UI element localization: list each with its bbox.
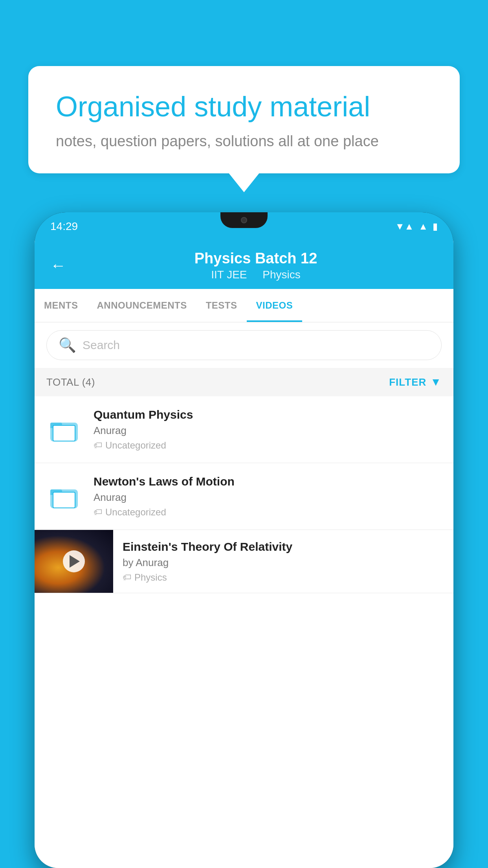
tab-videos[interactable]: VIDEOS — [247, 289, 303, 322]
tab-ments[interactable]: MENTS — [35, 289, 88, 322]
item-content: Einstein's Theory Of Relativity by Anura… — [113, 531, 453, 592]
notch — [220, 212, 268, 228]
tag-icon: 🏷 — [94, 507, 102, 517]
back-button[interactable]: ← — [50, 257, 66, 274]
tab-tests[interactable]: TESTS — [196, 289, 247, 322]
video-thumbnail — [35, 530, 113, 593]
search-bar[interactable]: 🔍 Search — [46, 330, 442, 360]
camera — [241, 217, 247, 223]
list-item[interactable]: Newton's Laws of Motion Anurag 🏷 Uncateg… — [35, 463, 453, 530]
item-title: Quantum Physics — [94, 408, 442, 421]
item-title: Newton's Laws of Motion — [94, 475, 442, 488]
subtitle-physics: Physics — [262, 268, 300, 281]
tag-label: Uncategorized — [105, 440, 166, 451]
tab-bar: MENTS ANNOUNCEMENTS TESTS VIDEOS — [35, 289, 453, 322]
tag-icon: 🏷 — [94, 440, 102, 451]
phone-frame: 14:29 ▼▲ ▲ ▮ ← Physics Batch 12 IIT JEE … — [35, 212, 453, 868]
item-tag: 🏷 Physics — [123, 572, 444, 583]
status-time: 14:29 — [50, 220, 78, 233]
item-title: Einstein's Theory Of Relativity — [123, 540, 444, 554]
bubble-title: Organised study material — [56, 90, 432, 123]
item-content: Newton's Laws of Motion Anurag 🏷 Uncateg… — [94, 475, 442, 518]
folder-icon-wrap — [46, 412, 82, 447]
phone-screen: ← Physics Batch 12 IIT JEE Physics MENTS… — [35, 241, 453, 868]
play-button[interactable] — [63, 550, 85, 572]
folder-icon — [50, 418, 78, 441]
total-count: TOTAL (4) — [46, 376, 95, 388]
app-header: ← Physics Batch 12 IIT JEE Physics — [35, 241, 453, 289]
search-container: 🔍 Search — [35, 322, 453, 368]
folder-icon — [50, 485, 78, 508]
folder-front — [53, 492, 75, 508]
filter-button[interactable]: FILTER ▼ — [389, 376, 442, 388]
filter-icon: ▼ — [430, 376, 442, 388]
tag-label: Physics — [134, 572, 167, 583]
filter-label: FILTER — [389, 376, 426, 388]
battery-icon: ▮ — [433, 221, 438, 232]
list-item[interactable]: Quantum Physics Anurag 🏷 Uncategorized — [35, 396, 453, 463]
bubble-subtitle: notes, question papers, solutions all at… — [56, 133, 432, 150]
item-author: by Anurag — [123, 557, 444, 569]
play-icon — [70, 555, 80, 568]
search-icon: 🔍 — [59, 337, 76, 353]
header-subtitle: IIT JEE Physics — [74, 268, 438, 281]
tag-label: Uncategorized — [105, 507, 166, 518]
filter-row: TOTAL (4) FILTER ▼ — [35, 368, 453, 396]
page-title: Physics Batch 12 — [74, 250, 438, 267]
header-title-section: Physics Batch 12 IIT JEE Physics — [74, 250, 438, 281]
content-list: Quantum Physics Anurag 🏷 Uncategorized — [35, 396, 453, 868]
item-tag: 🏷 Uncategorized — [94, 507, 442, 518]
subtitle-iitjee: IIT JEE — [211, 268, 247, 281]
item-author: Anurag — [94, 425, 442, 437]
search-input[interactable]: Search — [83, 338, 120, 352]
folder-icon-wrap — [46, 479, 82, 514]
status-icons: ▼▲ ▲ ▮ — [395, 221, 438, 232]
wifi-icon: ▼▲ — [395, 221, 414, 232]
tag-icon: 🏷 — [123, 572, 131, 583]
status-bar: 14:29 ▼▲ ▲ ▮ — [35, 212, 453, 241]
list-item[interactable]: Einstein's Theory Of Relativity by Anura… — [35, 530, 453, 593]
item-content: Quantum Physics Anurag 🏷 Uncategorized — [94, 408, 442, 451]
tab-announcements[interactable]: ANNOUNCEMENTS — [88, 289, 196, 322]
signal-icon: ▲ — [418, 221, 428, 232]
speech-bubble: Organised study material notes, question… — [28, 66, 460, 173]
item-author: Anurag — [94, 491, 442, 504]
item-tag: 🏷 Uncategorized — [94, 440, 442, 451]
folder-front — [53, 425, 75, 441]
